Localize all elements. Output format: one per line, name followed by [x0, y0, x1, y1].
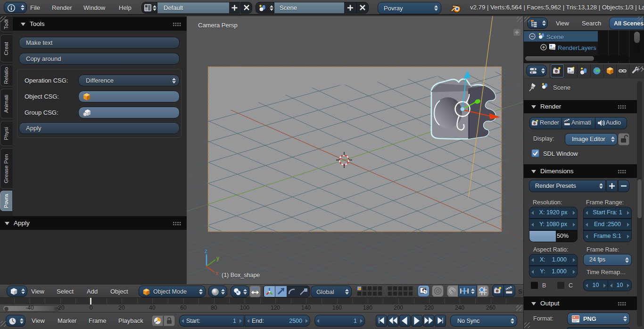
- svg-text:y: y: [216, 255, 219, 262]
- svg-text:x: x: [215, 270, 218, 277]
- svg-text:z: z: [205, 248, 207, 254]
